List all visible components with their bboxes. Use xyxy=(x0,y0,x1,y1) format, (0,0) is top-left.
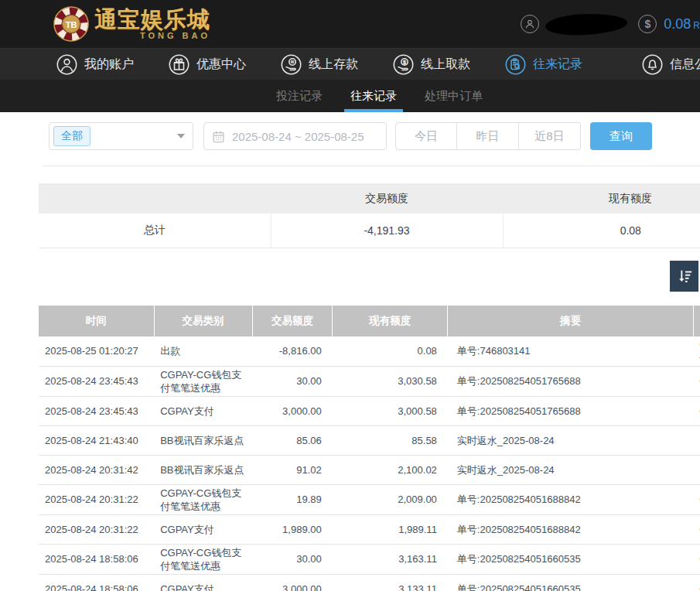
calendar-icon xyxy=(212,130,225,143)
filter-bar: 全部 2025-08-24 ~ 2025-08-25 今日 昨日 近8日 查询 xyxy=(49,122,700,150)
cell-summary: 实时返水_2025-08-24 xyxy=(448,425,693,455)
cell-summary: 单号:202508254051660535 xyxy=(448,544,693,574)
cell-type: CGPAY支付 xyxy=(154,396,252,425)
cell-time: 2025-08-24 20:31:22 xyxy=(39,514,154,544)
cell-type: BB视讯百家乐返点 xyxy=(154,425,252,455)
withdraw-icon: $ xyxy=(393,54,414,75)
last-8-days-button[interactable]: 近8日 xyxy=(519,122,581,150)
cell-note: CG钱包 xyxy=(693,484,700,514)
cell-note xyxy=(693,425,700,455)
summary-total-label: 总计 xyxy=(39,214,271,248)
cell-amount: 30.00 xyxy=(252,366,333,396)
cell-time: 2025-08-25 01:20:27 xyxy=(39,336,154,367)
balance-amount[interactable]: 0.08R xyxy=(664,16,700,32)
nav-transaction-records[interactable]: 往来记录 xyxy=(505,54,582,75)
nav-deposit[interactable]: 线上存款 xyxy=(281,54,358,75)
date-range-value: 2025-08-24 ~ 2025-08-25 xyxy=(232,130,364,143)
page: TB 通宝娱乐城 TONG BAO $ 0.08R xyxy=(0,0,700,591)
summary-current-balance: 0.08 xyxy=(503,214,700,248)
transactions-body: 2025-08-25 01:20:27 出款 -8,816.00 0.08 单号… xyxy=(39,336,700,591)
tab-pending-orders[interactable]: 处理中订单 xyxy=(423,80,484,112)
table-row: 2025-08-24 23:45:43 CGPAY支付 3,000.00 3,0… xyxy=(39,396,700,425)
summary-header-transaction: 交易额度 xyxy=(271,183,503,214)
summary-transaction-total: -4,191.93 xyxy=(271,214,503,248)
section-divider xyxy=(43,166,700,166)
cell-time: 2025-08-24 23:45:43 xyxy=(39,366,154,396)
cell-type: CGPAY-CG钱包支付笔笔送优惠 xyxy=(154,366,252,396)
cell-amount: 85.06 xyxy=(252,425,333,455)
cell-time: 2025-08-24 18:58:06 xyxy=(39,544,154,574)
cell-balance: 3,163.11 xyxy=(333,544,448,574)
cell-amount: 91.02 xyxy=(252,455,333,484)
col-amount: 交易额度 xyxy=(252,306,333,336)
table-row: 2025-08-24 18:58:06 CGPAY-CG钱包支付笔笔送优惠 30… xyxy=(39,544,700,574)
table-row: 2025-08-24 23:45:43 CGPAY-CG钱包支付笔笔送优惠 30… xyxy=(39,366,700,396)
yesterday-button[interactable]: 昨日 xyxy=(457,122,519,150)
summary-header-empty xyxy=(39,183,271,214)
records-icon xyxy=(505,54,526,75)
sort-descending-icon[interactable] xyxy=(670,261,698,292)
tab-transaction-records[interactable]: 往来记录 xyxy=(349,80,398,112)
deposit-icon xyxy=(281,54,302,75)
transactions-table: 时间 交易类别 交易额度 现有额度 摘要 备注 2025-08-25 01:20… xyxy=(39,306,700,591)
summary-header-row: 交易额度 现有额度 xyxy=(39,183,700,214)
cell-note xyxy=(693,455,700,484)
main-navigation: 我的账户 优惠中心 线上存款 $ 线上取款 往来记录 xyxy=(0,48,700,80)
cell-type: CGPAY-CG钱包支付笔笔送优惠 xyxy=(154,484,252,514)
cell-amount: -8,816.00 xyxy=(252,336,333,367)
cell-type: BB视讯百家乐返点 xyxy=(154,455,252,484)
cell-balance: 2,100.02 xyxy=(333,455,448,484)
col-balance: 现有额度 xyxy=(333,306,448,336)
user-avatar-icon[interactable] xyxy=(521,15,539,33)
summary-total-row: 总计 -4,191.93 0.08 xyxy=(39,214,700,248)
cell-balance: 1,989.11 xyxy=(333,514,448,544)
nav-promotions[interactable]: 优惠中心 xyxy=(169,54,246,75)
tab-betting-records[interactable]: 投注记录 xyxy=(275,80,324,112)
type-select-value[interactable]: 全部 xyxy=(53,126,90,146)
cell-amount: 1,989.00 xyxy=(252,514,333,544)
cell-note: CG钱包 xyxy=(693,514,700,544)
type-select[interactable]: 全部 xyxy=(49,122,193,150)
cell-type: CGPAY支付 xyxy=(154,574,252,591)
svg-text:TB: TB xyxy=(66,20,77,29)
poker-chip-icon: TB xyxy=(53,5,90,43)
redacted-username xyxy=(545,12,628,36)
col-time: 时间 xyxy=(39,306,154,336)
nav-withdraw[interactable]: $ 线上取款 xyxy=(393,54,470,75)
table-row: 2025-08-24 20:31:22 CGPAY-CG钱包支付笔笔送优惠 19… xyxy=(39,484,700,514)
table-row: 2025-08-25 01:20:27 出款 -8,816.00 0.08 单号… xyxy=(39,336,700,367)
cell-balance: 3,000.58 xyxy=(333,396,448,425)
cell-note: CG钱包 xyxy=(693,366,700,396)
top-header: TB 通宝娱乐城 TONG BAO $ 0.08R xyxy=(0,0,700,48)
cell-summary: 单号:202508254051660535 xyxy=(448,574,693,591)
cell-balance: 85.58 xyxy=(333,425,448,455)
transactions-header-row: 时间 交易类别 交易额度 现有额度 摘要 备注 xyxy=(39,306,700,336)
cell-time: 2025-08-24 20:31:22 xyxy=(39,484,154,514)
user-icon xyxy=(56,54,77,75)
cell-note: CG钱包 xyxy=(693,396,700,425)
cell-summary: 单号:746803141 xyxy=(448,336,693,367)
cell-balance: 3,030.58 xyxy=(333,366,448,396)
chevron-down-icon xyxy=(177,134,185,138)
cell-summary: 实时返水_2025-08-24 xyxy=(448,455,693,484)
cell-amount: 30.00 xyxy=(252,544,333,574)
balance-coin-icon: $ xyxy=(638,15,657,33)
table-row: 2025-08-24 18:58:06 CGPAY支付 3,000.00 3,1… xyxy=(39,574,700,591)
col-note: 备注 xyxy=(693,306,700,336)
query-button[interactable]: 查询 xyxy=(590,122,652,150)
site-logo[interactable]: TB 通宝娱乐城 TONG BAO xyxy=(53,5,210,43)
cell-note: CG钱包 xyxy=(693,544,700,574)
sub-navigation: 投注记录 往来记录 处理中订单 xyxy=(0,80,700,112)
nav-announcements[interactable]: 信息公告 xyxy=(642,54,700,75)
cell-time: 2025-08-24 23:45:43 xyxy=(39,396,154,425)
nav-my-account[interactable]: 我的账户 xyxy=(56,54,134,75)
cell-amount: 19.89 xyxy=(252,484,333,514)
today-button[interactable]: 今日 xyxy=(395,122,457,150)
bell-icon xyxy=(642,54,663,75)
table-row: 2025-08-24 20:31:42 BB视讯百家乐返点 91.02 2,10… xyxy=(39,455,700,484)
cell-time: 2025-08-24 20:31:42 xyxy=(39,455,154,484)
logo-subtitle: TONG BAO xyxy=(94,32,210,40)
account-area: $ 0.08R xyxy=(521,0,700,48)
date-range-input[interactable]: 2025-08-24 ~ 2025-08-25 xyxy=(203,122,387,150)
cell-summary: 单号:202508254051765688 xyxy=(448,396,693,425)
